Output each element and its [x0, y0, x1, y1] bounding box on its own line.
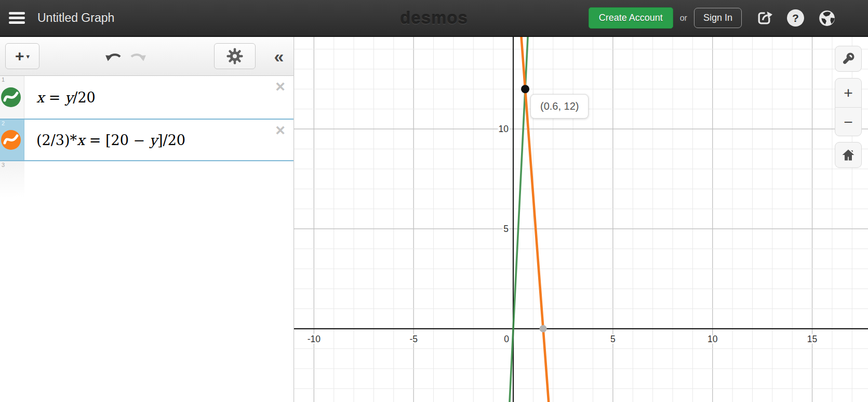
minus-icon: −: [844, 113, 853, 131]
curve-color-icon-orange: [1, 129, 21, 150]
curve-color-icon-green: [1, 87, 21, 108]
delete-expression-2-button[interactable]: ×: [275, 122, 285, 138]
expression-2-input[interactable]: (2/3)*x = [20 − y]/20: [25, 120, 293, 160]
gear-icon: [226, 47, 244, 65]
globe-icon: [818, 9, 836, 27]
expression-row-3-empty[interactable]: 3: [0, 161, 24, 198]
delete-expression-1-button[interactable]: ×: [275, 78, 285, 95]
share-icon: [756, 9, 773, 27]
add-expression-button[interactable]: + ▾: [5, 43, 39, 69]
sign-in-button[interactable]: Sign In: [694, 8, 742, 28]
collapse-panel-button[interactable]: «: [268, 37, 290, 76]
expression-toolbar: + ▾: [0, 37, 293, 76]
expression-2-math: (2/3)*x = [20 − y]/20: [36, 132, 185, 148]
expression-2-icon-cell[interactable]: 2: [0, 120, 24, 160]
header-actions: Create Account or Sign In ?: [589, 7, 836, 29]
expression-1-math: x = y/20: [36, 89, 96, 106]
redo-button[interactable]: [126, 49, 150, 64]
expression-1-input[interactable]: x = y/20: [25, 76, 293, 119]
svg-text:0: 0: [504, 334, 509, 344]
svg-text:5: 5: [503, 224, 509, 234]
or-label: or: [680, 14, 687, 23]
svg-text:10: 10: [707, 334, 718, 344]
default-viewport-button[interactable]: [835, 142, 862, 168]
zoom-controls: + −: [835, 78, 862, 136]
graph-area: -10-5051015510 (0.6, 12) + −: [294, 37, 868, 402]
expression-panel: + ▾: [0, 37, 294, 402]
zoom-in-button[interactable]: +: [835, 79, 861, 108]
graph-title: Untitled Graph: [37, 11, 114, 25]
graph-settings-wrench-button[interactable]: [835, 46, 862, 72]
undo-icon: [104, 49, 124, 64]
header-bar: Untitled Graph desmos Create Account or …: [0, 0, 868, 37]
share-button[interactable]: [756, 9, 773, 27]
double-chevron-left-icon: «: [274, 46, 284, 67]
desmos-logo: desmos: [400, 8, 468, 28]
plus-icon: +: [844, 84, 853, 102]
point-tooltip: (0.6, 12): [530, 94, 589, 119]
row-number: 2: [2, 120, 5, 126]
svg-text:-5: -5: [409, 334, 418, 344]
plus-icon: +: [15, 48, 24, 64]
menu-button[interactable]: [8, 7, 26, 29]
zoom-out-button[interactable]: −: [835, 108, 861, 137]
row-number: 3: [2, 162, 5, 168]
wrench-icon: [840, 51, 856, 67]
language-button[interactable]: [818, 9, 836, 27]
expression-1-icon-cell[interactable]: 1: [0, 76, 24, 119]
row-number: 1: [2, 76, 5, 83]
expression-row-1[interactable]: 1 x = y/20 ×: [0, 76, 293, 119]
expression-row-2-selected[interactable]: 2 (2/3)*x = [20 − y]/20 ×: [0, 119, 293, 161]
desmos-app: Untitled Graph desmos Create Account or …: [0, 0, 868, 402]
chevron-down-icon: ▾: [26, 53, 30, 60]
hamburger-icon: [9, 12, 25, 15]
home-icon: [841, 148, 856, 162]
graph-svg[interactable]: -10-5051015510: [294, 37, 868, 402]
close-icon: ×: [275, 77, 285, 96]
close-icon: ×: [275, 121, 285, 139]
redo-icon: [128, 49, 148, 64]
question-mark-icon: ?: [787, 9, 804, 27]
help-button[interactable]: ?: [787, 9, 804, 27]
svg-text:-10: -10: [308, 334, 321, 344]
svg-text:15: 15: [807, 334, 817, 344]
svg-text:5: 5: [610, 334, 616, 344]
svg-text:10: 10: [499, 124, 509, 134]
undo-button[interactable]: [102, 49, 126, 64]
create-account-button[interactable]: Create Account: [589, 7, 673, 29]
graph-settings-button[interactable]: [214, 43, 256, 69]
history-controls: [102, 37, 150, 76]
